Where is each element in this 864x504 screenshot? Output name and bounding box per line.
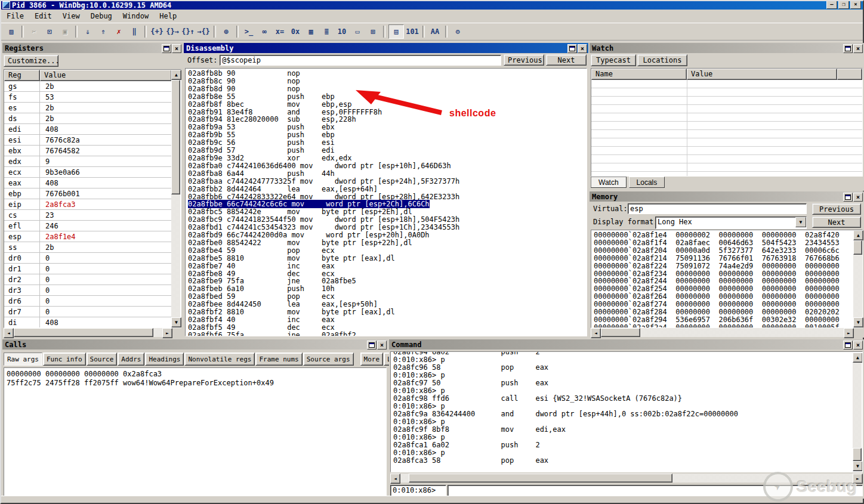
scroll-left-button[interactable]: ◄ — [390, 474, 400, 484]
memory-window-button[interactable]: ▦ — [304, 25, 318, 38]
calls-close-button[interactable]: × — [377, 341, 387, 350]
watch-column-name[interactable]: Name — [591, 69, 687, 80]
calls-float-button[interactable] — [367, 341, 377, 350]
insert-breakpoint-button[interactable]: ⊕ — [219, 25, 233, 38]
watch-row[interactable] — [591, 97, 862, 105]
assembly-options-button[interactable]: 101 — [405, 25, 419, 38]
display-format-select[interactable]: Long Hex ▼ — [655, 217, 807, 229]
disassembly-next-button[interactable]: Next — [546, 54, 587, 66]
scratch-pad-window-button[interactable]: ▭ — [350, 25, 365, 38]
close-button[interactable]: × — [850, 1, 861, 9]
font-button[interactable]: AA — [428, 25, 442, 38]
register-row[interactable]: ds2b — [4, 113, 172, 124]
watch-row[interactable] — [591, 155, 862, 163]
memory-float-button[interactable] — [843, 193, 853, 202]
step-out-button[interactable]: {}↑ — [181, 25, 195, 38]
scrollbar-thumb[interactable] — [853, 448, 862, 461]
register-row[interactable]: ecx9b3e0a66 — [4, 167, 172, 178]
copy-button[interactable]: ⊡ — [42, 25, 57, 38]
calls-tab-nonvolatile-regs[interactable]: Nonvolatile regs — [184, 353, 255, 366]
menu-file[interactable]: File — [1, 11, 29, 21]
tab-locals[interactable]: Locals — [629, 177, 665, 188]
calls-title-bar[interactable]: Calls × — [2, 339, 388, 350]
watch-row[interactable] — [591, 105, 862, 113]
memory-row[interactable]: 00000000`02a8f214 75091136 76766f01 7676… — [594, 255, 862, 262]
command-window-button[interactable]: >_ — [242, 25, 256, 38]
tab-watch[interactable]: Watch — [591, 177, 627, 188]
step-over-button[interactable]: {}→ — [165, 25, 180, 38]
registers-column-value[interactable]: Value — [40, 70, 172, 81]
title-bar[interactable]: Pid 3866 - WinDbg:10.0.16299.15 AMD64 — … — [1, 1, 863, 10]
scrollbar-thumb[interactable] — [853, 240, 862, 255]
register-row[interactable]: cs23 — [4, 210, 172, 221]
memory-previous-button[interactable]: Previous — [812, 203, 861, 215]
registers-horizontal-scrollbar[interactable]: ◄ ► — [4, 328, 172, 337]
scroll-right-button[interactable]: ► — [853, 474, 863, 484]
source-mode-on-button[interactable]: ▤ — [388, 24, 404, 39]
register-row[interactable]: dr00 — [4, 253, 172, 264]
watch-close-button[interactable]: × — [853, 44, 863, 53]
customize-button[interactable]: Customize... — [4, 55, 58, 67]
watch-row[interactable] — [591, 80, 862, 88]
watch-window-button[interactable]: ∞ — [257, 25, 271, 38]
register-row[interactable]: eax408 — [4, 178, 172, 188]
memory-vertical-scrollbar[interactable]: ▲ ▼ — [853, 230, 862, 327]
disassembly-window-button[interactable]: 10 — [335, 25, 349, 38]
step-into-button[interactable]: {+} — [150, 25, 164, 38]
registers-float-button[interactable] — [162, 44, 171, 53]
command-horizontal-scrollbar[interactable]: ◄ ► — [390, 474, 863, 483]
command-input[interactable] — [448, 485, 863, 496]
registers-column-reg[interactable]: Reg — [4, 70, 40, 81]
memory-row[interactable]: 00000000`02a8f294 536e6957 206b636f 0030… — [594, 316, 862, 324]
memory-row[interactable]: 00000000`02a8f1f4 02a8faec 00646d63 504f… — [594, 239, 862, 247]
menu-edit[interactable]: Edit — [29, 11, 57, 21]
register-row[interactable]: gs2b — [4, 81, 172, 92]
register-row[interactable]: esp2a8f1e4 — [4, 231, 172, 242]
scrollbar-track[interactable] — [171, 80, 180, 317]
watch-row[interactable] — [591, 122, 862, 130]
locals-window-button[interactable]: x= — [273, 25, 287, 38]
register-row[interactable]: dr60 — [4, 296, 172, 307]
scrollbar-thumb[interactable] — [14, 328, 153, 337]
register-row[interactable]: edi408 — [4, 124, 172, 135]
registers-close-button[interactable]: × — [172, 44, 181, 53]
scroll-down-button[interactable]: ▼ — [853, 461, 863, 471]
calls-tab-addrs[interactable]: Addrs — [118, 353, 144, 366]
disassembly-previous-button[interactable]: Previous — [504, 54, 544, 66]
watch-row[interactable] — [591, 88, 862, 97]
run-to-cursor-button[interactable]: →{} — [196, 25, 211, 38]
scrollbar-track[interactable] — [853, 240, 862, 317]
scrollbar-track[interactable] — [853, 363, 862, 461]
scrollbar-track[interactable] — [400, 474, 853, 483]
break-button[interactable]: ‖ — [127, 25, 141, 38]
register-row[interactable]: ebp7676b001 — [4, 188, 172, 199]
memory-horizontal-scrollbar[interactable]: ◄ ► — [591, 328, 854, 337]
scrollbar-thumb[interactable] — [171, 80, 180, 194]
locations-button[interactable]: Locations — [637, 54, 687, 66]
calls-tab-more[interactable]: More — [360, 353, 384, 366]
disassembly-close-button[interactable]: × — [578, 44, 587, 53]
watch-float-button[interactable] — [843, 44, 853, 53]
scroll-right-button[interactable]: ► — [162, 328, 172, 338]
scrollbar-thumb[interactable] — [409, 474, 672, 483]
calls-tab-frame-nums[interactable]: Frame nums — [255, 353, 302, 366]
offset-input[interactable] — [220, 55, 501, 66]
registers-title-bar[interactable]: Registers × — [2, 43, 183, 53]
typecast-button[interactable]: Typecast — [591, 54, 636, 66]
disassembly-float-button[interactable] — [567, 44, 577, 53]
options-button[interactable]: ⚙ — [450, 25, 465, 38]
scroll-up-button[interactable]: ▲ — [171, 70, 181, 80]
virtual-address-input[interactable] — [628, 203, 807, 214]
call-stack-window-button[interactable]: ≣ — [319, 25, 334, 38]
disassembly-line[interactable]: 02a8fbf6 75fa jne 02a8fbf2 — [188, 332, 587, 336]
calls-stack-line[interactable]: 75ff2c75 2475ff28 ff2075ff wow64!Wow64Pr… — [7, 379, 386, 388]
calls-tab-headings[interactable]: Headings — [145, 353, 184, 366]
menu-debug[interactable]: Debug — [85, 11, 118, 21]
process-thread-window-button[interactable]: ⊞ — [366, 25, 380, 38]
scrollbar-track[interactable] — [14, 328, 162, 337]
scroll-left-button[interactable]: ◄ — [4, 328, 14, 338]
register-row[interactable]: di408 — [4, 317, 172, 327]
register-row[interactable]: dr70 — [4, 307, 172, 317]
restore-button[interactable]: ❐ — [838, 1, 849, 9]
register-row[interactable]: dr10 — [4, 264, 172, 274]
